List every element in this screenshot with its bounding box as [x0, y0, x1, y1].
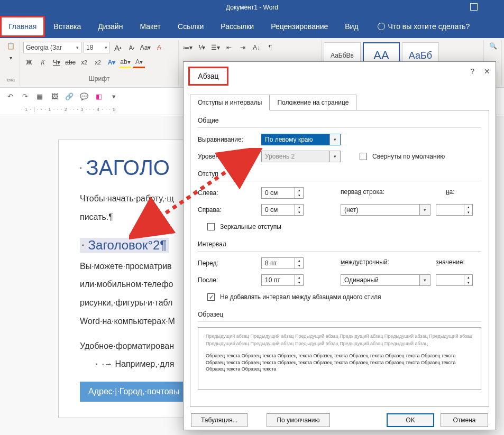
tab-review[interactable]: Рецензирование [262, 16, 336, 37]
label-at: значение: [436, 258, 465, 266]
spin-after[interactable]: 10 пт▴▾ [261, 274, 304, 286]
subscript-button[interactable]: x2 [78, 57, 90, 68]
label-nospace: Не добавлять интервал между абзацами одн… [220, 293, 381, 301]
check-mirror[interactable] [207, 223, 215, 230]
spin-indent-right[interactable]: 0 см▴▾ [261, 204, 304, 216]
paste-dropdown-icon[interactable]: ▾ [5, 52, 17, 63]
label-mirror: Зеркальные отступы [220, 223, 281, 230]
superscript-button[interactable]: x2 [92, 57, 104, 68]
button-tabs[interactable]: Табуляция... [191, 413, 248, 427]
dialog-tab-indents[interactable]: Отступы и интервалы [190, 95, 270, 110]
table-icon[interactable]: ▦ [35, 91, 44, 101]
section-preview: Образец [198, 311, 481, 322]
font-name-value: Georgia (Заг [26, 44, 62, 51]
ruler-ticks: · 1 · | · · · 1 · · · 2 · · · 3 · · · 4 … [21, 107, 116, 113]
paste-icon[interactable]: 📋 [5, 40, 17, 52]
increase-font-icon[interactable]: A▴ [112, 42, 124, 53]
spin-at[interactable]: ▴▾ [436, 274, 473, 286]
dialog-help-icon[interactable]: ? [470, 67, 474, 76]
multilevel-icon[interactable]: ☰▾ [209, 42, 221, 53]
check-collapsed[interactable] [360, 153, 367, 160]
label-by: на: [446, 188, 455, 196]
bold-button[interactable]: Ж [23, 57, 35, 68]
bulb-icon [378, 23, 385, 30]
chevron-down-icon: ▾ [419, 205, 430, 215]
underline-button[interactable]: Ч▾ [51, 57, 62, 68]
select-linespacing[interactable]: Одинарный▾ [341, 274, 430, 286]
font-name-combo[interactable]: Georgia (Заг▾ [23, 42, 81, 53]
link-icon[interactable]: 🔗 [65, 91, 74, 101]
strike-button[interactable]: abc [65, 57, 76, 68]
preview-box: Предыдущий абзац Предыдущий абзац Предыд… [198, 327, 481, 390]
titlebar: Документ1 - Word [0, 0, 504, 15]
increase-indent-icon[interactable]: ⇥ [237, 42, 249, 53]
section-general: Общие [198, 117, 481, 128]
window-title: Документ1 - Word [226, 4, 278, 11]
tab-home[interactable]: Главная [0, 16, 45, 37]
comment-icon[interactable]: 💬 [79, 91, 89, 101]
chevron-down-icon: ▾ [329, 151, 340, 162]
pic-icon[interactable]: 🖼 [50, 91, 59, 101]
doc-heading2[interactable]: Заголовок°2¶ [80, 238, 169, 253]
decrease-font-icon[interactable]: A▾ [126, 42, 138, 53]
button-cancel[interactable]: Отмена [441, 413, 488, 427]
tab-layout[interactable]: Макет [131, 16, 169, 37]
label-after: После: [198, 276, 256, 284]
dialog-title: Абзац [187, 65, 230, 87]
preview-sample: Образец текста Образец текста Образец те… [206, 353, 473, 373]
sort-icon[interactable]: A↓ [251, 42, 262, 53]
italic-button[interactable]: К [37, 57, 49, 68]
undo-icon[interactable]: ↶ [5, 91, 15, 101]
tell-me-label: Что вы хотите сделать? [388, 22, 470, 31]
label-collapsed: Свернуты по умолчанию [372, 153, 445, 160]
label-indent-left: Слева: [198, 189, 256, 197]
font-group-label: Шрифт [23, 75, 175, 86]
find-icon[interactable]: 🔍 [487, 40, 499, 52]
tab-view[interactable]: Вид [336, 16, 366, 37]
check-nospace[interactable]: ✓ [207, 293, 215, 301]
highlight-icon[interactable]: ab▾ [120, 57, 131, 68]
tab-insert[interactable]: Вставка [45, 16, 89, 37]
tell-me-box[interactable]: Что вы хотите сделать? [378, 22, 470, 31]
tab-references[interactable]: Ссылки [169, 16, 212, 37]
clipboard-label: ена [7, 77, 15, 86]
dialog-close-icon[interactable]: ✕ [484, 67, 490, 76]
button-default[interactable]: По умолчанию [267, 413, 329, 427]
numbering-icon[interactable]: ⅟▾ [196, 42, 207, 53]
label-alignment: Выравнивание: [198, 136, 256, 143]
font-size-value: 18 [86, 44, 93, 51]
tab-design[interactable]: Дизайн [89, 16, 131, 37]
text-effects-icon[interactable]: A▾ [106, 57, 117, 68]
decrease-indent-icon[interactable]: ⇤ [223, 42, 235, 53]
tab-mailings[interactable]: Рассылки [212, 16, 262, 37]
label-indent-right: Справа: [198, 206, 256, 214]
spin-before[interactable]: 8 пт▴▾ [261, 257, 304, 269]
select-firstline[interactable]: (нет)▾ [341, 204, 430, 216]
section-indent: Отступ [198, 170, 481, 181]
button-ok[interactable]: OK [387, 413, 434, 427]
ribbon-tabs: Главная Вставка Дизайн Макет Ссылки Расс… [0, 15, 504, 38]
font-size-combo[interactable]: 18▾ [84, 42, 110, 53]
redo-icon[interactable]: ↷ [20, 91, 30, 101]
preview-prev: Предыдущий абзац Предыдущий абзац Предыд… [206, 333, 473, 347]
clear-format-icon[interactable]: A [153, 42, 165, 53]
show-marks-icon[interactable]: ¶ [264, 42, 276, 53]
chevron-down-icon: ▾ [419, 275, 430, 285]
bullets-icon[interactable]: ≔▾ [182, 42, 194, 53]
spin-indent-left[interactable]: 0 см▴▾ [261, 187, 304, 199]
label-before: Перед: [198, 260, 256, 267]
qat-more-icon[interactable]: ▾ [109, 91, 118, 101]
select-alignment[interactable]: По левому краю▾ [261, 134, 341, 145]
chevron-down-icon: ▾ [329, 134, 340, 145]
restore-icon[interactable] [470, 3, 478, 11]
select-level[interactable]: Уровень 2▾ [261, 151, 341, 162]
label-firstline: первая строка: [341, 188, 384, 196]
dialog-tab-pagebreaks[interactable]: Положение на странице [269, 95, 356, 110]
font-color-icon[interactable]: A▾ [133, 57, 145, 68]
label-linespacing: междустрочный: [341, 258, 430, 266]
change-case-icon[interactable]: Aa▾ [140, 42, 151, 53]
eraser-icon[interactable]: ◧ [94, 91, 104, 101]
spin-by[interactable]: ▴▾ [436, 204, 473, 216]
label-level: Уровень: [198, 153, 256, 160]
section-spacing: Интервал [198, 240, 481, 252]
